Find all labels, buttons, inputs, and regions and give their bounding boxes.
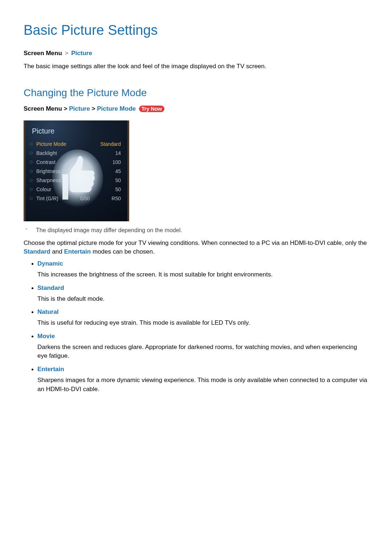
intro-paragraph: The basic image settings alter the look … [24, 62, 368, 71]
tv-menu-header: Picture [25, 120, 127, 140]
body-paragraph: Choose the optimal picture mode for your… [24, 239, 368, 257]
breadcrumb-leaf[interactable]: Picture [71, 50, 92, 57]
tv-menu-screenshot: Picture Picture Mode Standard Backlight … [24, 120, 129, 221]
list-item: Standard This is the default mode. [37, 284, 368, 304]
mode-name: Dynamic [37, 260, 368, 267]
tv-menu-row: Brightness 45 [25, 167, 127, 176]
tv-menu-row: Colour 50 [25, 185, 127, 194]
mode-desc: This increases the brightness of the scr… [37, 270, 368, 279]
tv-row-value: 100 [113, 159, 121, 165]
tv-row-label: Tint (G/R) [36, 196, 58, 201]
tv-row-label: Picture Mode [36, 141, 66, 147]
tv-menu-row: Backlight 14 [25, 149, 127, 158]
tv-row-value: 45 [115, 168, 121, 174]
tv-menu-row: Contrast 100 [25, 158, 127, 167]
picture-mode-list: Dynamic This increases the brightness of… [24, 260, 368, 394]
tv-menu-row: Tint (G/R) G50 R50 [25, 194, 127, 203]
tv-row-label: Brightness [36, 168, 60, 174]
inline-link-standard[interactable]: Standard [24, 248, 50, 255]
body-text: modes can be chosen. [91, 248, 155, 255]
breadcrumb-picture-mode: Screen Menu > Picture > Picture Mode Try… [24, 105, 368, 112]
breadcrumb-root: Screen Menu [24, 50, 62, 57]
mode-name: Movie [37, 333, 368, 340]
list-item: Movie Darkens the screen and reduces gla… [37, 333, 368, 361]
breadcrumb-root: Screen Menu [24, 105, 62, 112]
note-text: The displayed image may differ depending… [36, 227, 182, 234]
note-mark-icon: " [24, 227, 36, 234]
chevron-right-icon: > [64, 105, 68, 112]
tv-row-value: 14 [115, 150, 121, 156]
tv-row-label: Contrast [36, 159, 56, 165]
section-title: Changing the Picture Mode [24, 87, 368, 99]
tv-row-value: Standard [100, 141, 121, 147]
mode-desc: This is the default mode. [37, 295, 368, 304]
tv-row-mid: G50 [80, 196, 90, 201]
list-item: Entertain Sharpens images for a more dyn… [37, 366, 368, 394]
body-text: Choose the optimal picture mode for your… [24, 239, 367, 246]
chevron-right-icon: > [65, 50, 69, 57]
mode-name: Natural [37, 308, 368, 316]
bullet-icon [30, 152, 33, 155]
bullet-icon [30, 170, 33, 173]
body-text: and [50, 248, 64, 255]
tv-row-label: Backlight [36, 150, 57, 156]
mode-desc: Darkens the screen and reduces glare. Ap… [37, 343, 368, 361]
mode-desc: Sharpens images for a more dynamic viewi… [37, 376, 368, 394]
tv-row-value: R50 [111, 196, 121, 201]
list-item: Dynamic This increases the brightness of… [37, 260, 368, 279]
tv-row-label: Sharpness [36, 177, 61, 183]
breadcrumb-basic: Screen Menu > Picture [24, 50, 368, 57]
tv-menu-row: Sharpness 50 [25, 176, 127, 185]
chevron-right-icon: > [92, 105, 95, 112]
bullet-icon [30, 143, 33, 145]
mode-name: Standard [37, 284, 368, 292]
tv-row-label: Colour [36, 186, 51, 192]
tv-menu-row: Picture Mode Standard [25, 140, 127, 149]
list-item: Natural This is useful for reducing eye … [37, 308, 368, 328]
breadcrumb-mid[interactable]: Picture [69, 105, 90, 112]
tv-row-value: 50 [115, 186, 121, 192]
try-now-badge[interactable]: Try Now [139, 106, 164, 112]
model-note: " The displayed image may differ dependi… [24, 227, 368, 234]
bullet-icon [30, 161, 33, 164]
mode-name: Entertain [37, 366, 368, 373]
bullet-icon [30, 197, 33, 200]
bullet-icon [30, 179, 33, 182]
mode-desc: This is useful for reducing eye strain. … [37, 319, 368, 328]
tv-row-value: 50 [115, 177, 121, 183]
breadcrumb-leaf[interactable]: Picture Mode [97, 105, 136, 112]
inline-link-entertain[interactable]: Entertain [64, 248, 91, 255]
bullet-icon [30, 188, 33, 191]
page-title: Basic Picture Settings [24, 22, 368, 38]
